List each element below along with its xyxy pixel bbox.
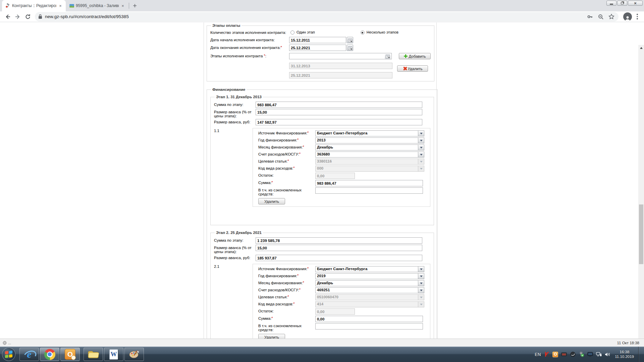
saved-funds-input[interactable] [315, 187, 423, 194]
taskbar-button-chrome[interactable] [40, 348, 59, 361]
password-key-icon[interactable] [586, 13, 594, 20]
delete-funding-line-button[interactable]: Удалить [258, 334, 285, 339]
new-tab-button[interactable] [130, 1, 139, 10]
person-icon [625, 16, 631, 21]
funding-year-label: Год финансирования:* [258, 273, 315, 278]
amount-input[interactable] [315, 180, 423, 186]
profile-avatar[interactable] [623, 12, 632, 21]
contract-stages-label: Этапы исполнения контракта *: [210, 53, 289, 58]
restore-button[interactable] [617, 1, 627, 6]
calendar-icon[interactable] [347, 37, 353, 43]
taskbar-button-outlook[interactable]: O [60, 348, 80, 361]
chevron-down-icon[interactable] [418, 288, 424, 293]
advance-rub-input[interactable] [256, 255, 422, 261]
chevron-down-icon[interactable] [418, 152, 424, 157]
expense-account-select[interactable]: 363680 [315, 152, 424, 158]
app-ball-tray-icon[interactable] [570, 352, 576, 357]
contract-stage-date-input[interactable] [289, 53, 392, 59]
tab-contracts[interactable]: Контракты :: Редактирование ко × [2, 0, 66, 11]
funding-source-select[interactable]: Бюджет Санкт-Петербурга [315, 130, 424, 136]
zoom-out-icon[interactable] [597, 13, 604, 20]
red-x-icon [403, 67, 407, 70]
chevron-down-icon[interactable] [418, 274, 424, 279]
browser-menu-button[interactable] [635, 13, 640, 20]
reload-button[interactable] [23, 12, 32, 21]
advance-pct-input[interactable] [256, 109, 422, 115]
radio-multiple-stages[interactable] [361, 31, 365, 35]
advance-rub-input[interactable] [256, 119, 422, 125]
start-button[interactable] [2, 348, 15, 361]
stage-dates-list: Удалить [210, 63, 431, 78]
page-datetime: 11 Окт 18:38 [617, 341, 639, 345]
calendar-icon[interactable] [347, 45, 353, 51]
taskbar-button-word[interactable]: W [104, 348, 123, 361]
tab-oshibka[interactable]: 95995_oshibka - Заливка удалас × [66, 0, 128, 11]
outlook-tray-icon[interactable]: O [552, 352, 558, 357]
page-content: Этапы оплаты Количество этапов исполнени… [0, 22, 644, 339]
amount-input[interactable] [315, 316, 423, 322]
radio-single-stage[interactable] [290, 31, 294, 35]
chevron-down-icon[interactable] [418, 266, 424, 272]
kaspersky-tray-icon[interactable] [544, 352, 549, 357]
chevron-down-icon [418, 159, 424, 164]
stage1-fieldset: Этап 1. 31 Декабрь 2013 Сумма по этапу: … [210, 95, 434, 225]
minimize-button[interactable] [606, 1, 616, 6]
scrollbar-thumb[interactable] [639, 204, 643, 264]
chevron-down-icon[interactable] [418, 131, 424, 136]
url-text[interactable]: new.gz-spb.ru/#cm/contract/edit/lot/9538… [45, 14, 583, 19]
saved-funds-input[interactable] [315, 323, 423, 329]
advance-pct-input[interactable] [256, 245, 422, 251]
delete-stage-button[interactable]: Удалить [397, 65, 428, 72]
funding-source-label: Источник Финансирования:* [258, 130, 315, 135]
taskbar-clock[interactable]: 16:38 11.10.2019 [615, 350, 634, 359]
scroll-up-button[interactable] [638, 45, 644, 51]
close-button[interactable]: × [628, 1, 643, 6]
globe-icon [3, 341, 7, 345]
usb-device-tray-icon[interactable] [579, 352, 584, 357]
expense-account-select[interactable]: 469251 [315, 287, 424, 293]
start-date-input[interactable] [289, 37, 346, 43]
stage-sum-label: Сумма по этапу: [214, 237, 256, 242]
internet-explorer-icon: e [23, 349, 35, 360]
chevron-down-icon[interactable] [418, 138, 424, 143]
windows-logo-icon [5, 351, 12, 358]
calendar-icon[interactable] [385, 53, 391, 59]
image-favicon-icon [69, 3, 74, 8]
language-indicator[interactable]: EN [535, 352, 541, 357]
funding-year-select[interactable]: 2013 [315, 137, 424, 143]
show-desktop-button[interactable] [638, 347, 642, 362]
taskbar-button-paint[interactable] [124, 348, 144, 361]
minimize-icon [610, 4, 613, 5]
stage-sum-input[interactable] [256, 237, 422, 244]
amount-label: Сумма:* [258, 316, 315, 320]
expense-type-label: Код вида расходов:* [258, 166, 315, 170]
advance-rub-label: Размер аванса, руб: [214, 255, 256, 260]
restore-icon [621, 2, 624, 4]
padlock-icon[interactable] [38, 14, 42, 19]
taskbar: e O W EN O [0, 347, 644, 362]
funding-source-select[interactable]: Бюджет Санкт-Петербурга [315, 266, 424, 272]
close-tab-icon[interactable]: × [58, 3, 63, 8]
advance-pct-label: Размер аванса (% от цены этапа): [214, 109, 256, 118]
funding-year-select[interactable]: 2019 [315, 273, 424, 279]
network-tray-icon[interactable] [596, 352, 602, 357]
volume-tray-icon[interactable] [605, 352, 610, 357]
stage-sum-label: Сумма по этапу: [214, 102, 256, 107]
stage-sum-input[interactable] [256, 102, 422, 108]
chevron-down-icon[interactable] [418, 281, 424, 286]
card-reader-tray-icon[interactable] [561, 352, 567, 357]
address-bar[interactable]: new.gz-spb.ru/#cm/contract/edit/lot/9538… [35, 12, 619, 21]
close-tab-icon[interactable]: × [120, 3, 125, 8]
forward-button[interactable] [13, 12, 22, 21]
add-stage-button[interactable]: Добавить [399, 53, 431, 59]
end-date-input[interactable] [289, 45, 346, 51]
funding-month-select[interactable]: Декабрь [315, 280, 424, 286]
chevron-down-icon[interactable] [418, 145, 424, 150]
taskbar-button-explorer[interactable] [84, 348, 103, 361]
taskbar-button-internet-explorer[interactable]: e [19, 348, 39, 361]
bookmark-star-icon[interactable] [608, 13, 615, 20]
funding-month-select[interactable]: Декабрь [315, 144, 424, 150]
display-tray-icon[interactable] [587, 352, 593, 357]
delete-funding-line-button[interactable]: Удалить [258, 198, 285, 204]
back-button[interactable] [3, 12, 12, 21]
